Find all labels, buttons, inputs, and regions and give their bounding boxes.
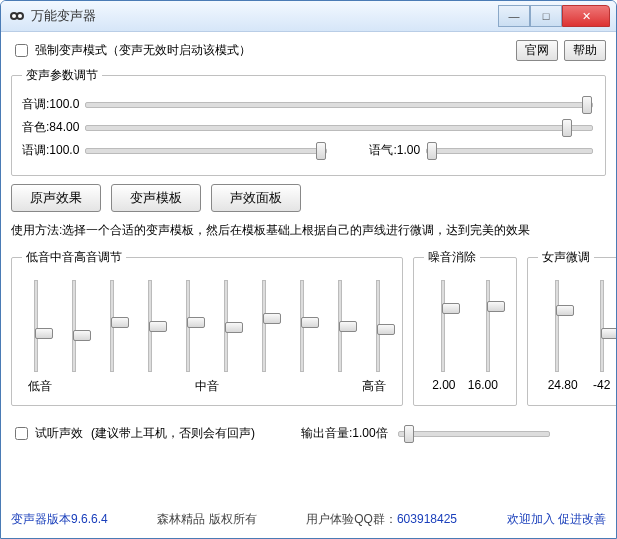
noise-val-2: 16.00 (468, 378, 498, 392)
eq-slider-6[interactable] (217, 280, 235, 372)
footer-qq: 用户体验QQ群：603918425 (306, 511, 457, 528)
force-mode-input[interactable] (15, 44, 28, 57)
female-slider-2[interactable] (593, 280, 611, 372)
eq-slider-9[interactable] (331, 280, 349, 372)
eq-slider-3[interactable] (103, 280, 121, 372)
eq-low-label: 低音 (28, 378, 52, 395)
svg-point-3 (18, 14, 22, 18)
voice-params-legend: 变声参数调节 (22, 67, 102, 84)
female-slider-1[interactable] (548, 280, 566, 372)
official-site-button[interactable]: 官网 (516, 40, 558, 61)
usage-text: 使用方法:选择一个合适的变声模板，然后在模板基础上根据自己的声线进行微调，达到完… (11, 222, 606, 239)
out-vol-label: 输出音量:1.00倍 (301, 425, 388, 442)
noise-val-1: 2.00 (432, 378, 455, 392)
footer-join[interactable]: 欢迎加入 促进改善 (507, 511, 606, 528)
eq-slider-1[interactable] (27, 280, 45, 372)
female-legend: 女声微调 (538, 249, 594, 266)
tone-slider[interactable] (85, 148, 327, 154)
pitch-label: 音调:100.0 (22, 96, 79, 113)
listen-input[interactable] (15, 427, 28, 440)
mood-slider[interactable] (426, 148, 593, 154)
out-vol-slider[interactable] (398, 431, 550, 437)
footer-copyright: 森林精品 版权所有 (157, 511, 256, 528)
eq-legend: 低音中音高音调节 (22, 249, 126, 266)
eq-slider-2[interactable] (65, 280, 83, 372)
maximize-button[interactable]: □ (530, 5, 562, 27)
eq-slider-5[interactable] (179, 280, 197, 372)
female-group: 女声微调 24.80 -42 (527, 249, 616, 406)
tone-label: 语调:100.0 (22, 142, 79, 159)
listen-hint: (建议带上耳机，否则会有回声) (91, 425, 255, 442)
timbre-label: 音色:84.00 (22, 119, 79, 136)
app-icon (9, 8, 25, 24)
eq-group: 低音中音高音调节 低音 中音 高音 (11, 249, 403, 406)
noise-slider-2[interactable] (479, 280, 497, 372)
window-title: 万能变声器 (31, 7, 498, 25)
close-button[interactable]: ✕ (562, 5, 610, 27)
svg-point-2 (12, 14, 16, 18)
help-button[interactable]: 帮助 (564, 40, 606, 61)
eq-high-label: 高音 (362, 378, 386, 395)
listen-checkbox[interactable]: 试听声效 (11, 424, 83, 443)
minimize-button[interactable]: — (498, 5, 530, 27)
tab-template[interactable]: 变声模板 (111, 184, 201, 212)
noise-group: 噪音消除 2.00 16.00 (413, 249, 517, 406)
pitch-slider[interactable] (85, 102, 593, 108)
eq-slider-7[interactable] (255, 280, 273, 372)
eq-mid-label: 中音 (195, 378, 219, 395)
female-val-2: -42 (593, 378, 610, 392)
mood-label: 语气:1.00 (369, 142, 420, 159)
female-val-1: 24.80 (548, 378, 578, 392)
eq-slider-4[interactable] (141, 280, 159, 372)
eq-slider-8[interactable] (293, 280, 311, 372)
tab-original[interactable]: 原声效果 (11, 184, 101, 212)
force-mode-label: 强制变声模式（变声无效时启动该模式） (35, 42, 251, 59)
footer-version: 变声器版本9.6.6.4 (11, 511, 108, 528)
listen-label: 试听声效 (35, 425, 83, 442)
noise-slider-1[interactable] (434, 280, 452, 372)
noise-legend: 噪音消除 (424, 249, 480, 266)
tab-fx-panel[interactable]: 声效面板 (211, 184, 301, 212)
force-mode-checkbox[interactable]: 强制变声模式（变声无效时启动该模式） (11, 41, 251, 60)
voice-params-group: 变声参数调节 音调:100.0 音色:84.00 语调:100.0 语气:1.0… (11, 67, 606, 176)
eq-slider-10[interactable] (369, 280, 387, 372)
timbre-slider[interactable] (85, 125, 593, 131)
